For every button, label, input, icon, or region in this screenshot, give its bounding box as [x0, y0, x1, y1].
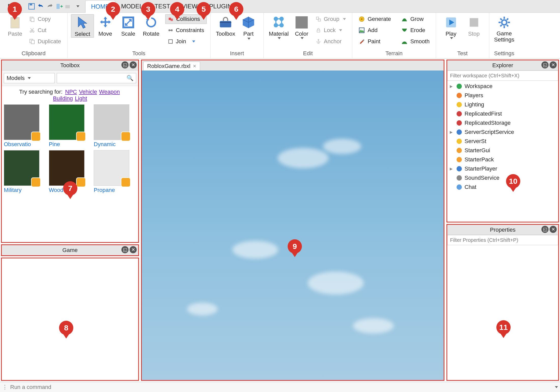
- stop-button[interactable]: Stop: [463, 14, 485, 37]
- color-button[interactable]: Color: [290, 14, 313, 39]
- redo-icon[interactable]: [46, 3, 54, 10]
- model-item[interactable]: Propane: [94, 150, 136, 193]
- ribbon-group-test: Play Stop Test: [436, 13, 489, 58]
- toolbox-category-select[interactable]: Models: [4, 73, 55, 83]
- smooth-button[interactable]: Smooth: [399, 37, 432, 46]
- expand-arrow-icon[interactable]: ▸: [450, 83, 454, 90]
- users-icon: [456, 92, 463, 99]
- 3d-viewport[interactable]: [142, 71, 444, 380]
- lock-button[interactable]: Lock: [313, 25, 348, 35]
- empty-panel: [1, 258, 139, 381]
- tree-item[interactable]: StarterPack: [449, 155, 557, 164]
- toolbox-search-input[interactable]: [60, 75, 127, 81]
- chevron-down-icon: [343, 18, 346, 20]
- popout-icon[interactable]: ◱: [121, 246, 129, 253]
- tree-item[interactable]: SoundService: [449, 173, 557, 183]
- suggestion-link[interactable]: Weapon: [99, 89, 120, 95]
- tree-item[interactable]: ReplicatedFirst: [449, 109, 557, 118]
- chevron-down-icon: [192, 40, 195, 43]
- model-item[interactable]: Observatio: [4, 104, 46, 148]
- suggestion-link[interactable]: Vehicle: [79, 89, 97, 95]
- model-item[interactable]: Military: [4, 150, 46, 193]
- paste-label: Paste: [8, 31, 22, 37]
- chevron-down-icon: [450, 37, 453, 39]
- tree-item[interactable]: ServerSt: [449, 137, 557, 146]
- duplicate-button[interactable]: Duplicate: [26, 37, 64, 46]
- save-icon[interactable]: [28, 3, 35, 10]
- cut-button[interactable]: Cut: [26, 25, 64, 35]
- file-tab[interactable]: RobloxGame.rbxl×: [143, 62, 200, 71]
- quick-more[interactable]: [74, 3, 81, 10]
- ribbon-group-settings: Game Settings Settings: [489, 13, 519, 58]
- add-terrain-button[interactable]: Add: [356, 25, 394, 35]
- bulb-icon: [456, 101, 463, 108]
- command-bar: ⋮: [0, 382, 560, 392]
- constraints-toggle[interactable]: Constraints: [165, 25, 207, 35]
- popout-icon[interactable]: ◱: [121, 61, 129, 68]
- suggestion-link[interactable]: Light: [75, 95, 87, 102]
- game-settings-button[interactable]: Game Settings: [493, 14, 516, 43]
- tree-item[interactable]: StarterGui: [449, 146, 557, 155]
- properties-filter-input[interactable]: [447, 235, 558, 245]
- erode-button[interactable]: Erode: [399, 25, 432, 35]
- tree-item[interactable]: Lighting: [449, 100, 557, 109]
- suggestion-link[interactable]: NPC: [65, 89, 77, 95]
- group-title-terrain: Terrain: [356, 50, 432, 58]
- popout-icon[interactable]: ◱: [541, 61, 549, 68]
- svg-rect-19: [220, 21, 231, 27]
- expand-arrow-icon[interactable]: ▸: [450, 129, 454, 135]
- play-button[interactable]: Play: [440, 14, 463, 39]
- close-tab-icon[interactable]: ×: [193, 63, 196, 69]
- popout-icon[interactable]: ◱: [541, 226, 549, 233]
- grip-icon[interactable]: ⋮: [2, 384, 8, 390]
- copy-button[interactable]: Copy: [26, 14, 64, 24]
- close-icon[interactable]: ✕: [550, 61, 557, 68]
- group-button[interactable]: Group: [313, 14, 348, 24]
- model-item[interactable]: Pine: [49, 104, 91, 148]
- grow-icon: [401, 16, 408, 22]
- main-area: Toolbox ◱✕ Models 🔍 Try searching for: N…: [0, 59, 560, 382]
- undo-icon[interactable]: [37, 3, 45, 10]
- anchor-button[interactable]: Anchor: [313, 37, 348, 46]
- tree-item[interactable]: ▸Workspace: [449, 82, 557, 91]
- endorsed-badge-icon: [76, 177, 86, 187]
- tree-item-label: ServerSt: [465, 138, 486, 145]
- select-tool-button[interactable]: Select: [71, 14, 94, 38]
- close-icon[interactable]: ✕: [550, 226, 557, 233]
- tree-item[interactable]: ▸StarterPlayer: [449, 164, 557, 173]
- svg-point-37: [457, 111, 462, 117]
- scale-tool-button[interactable]: Scale: [117, 14, 140, 37]
- expand-arrow-icon[interactable]: ▸: [450, 165, 454, 172]
- toolbox-search[interactable]: 🔍: [57, 73, 136, 83]
- svg-point-40: [457, 139, 462, 144]
- tree-item-label: StarterPack: [465, 156, 494, 163]
- model-item[interactable]: Dynamic: [94, 104, 136, 148]
- material-button[interactable]: Material: [267, 14, 290, 39]
- tree-item-label: ServerScriptService: [465, 129, 514, 135]
- svg-rect-1: [30, 3, 32, 5]
- tree-item[interactable]: ▸ServerScriptService: [449, 128, 557, 137]
- tree-item[interactable]: Chat: [449, 183, 557, 192]
- viewport-container: RobloxGame.rbxl×: [141, 60, 444, 381]
- grow-button[interactable]: Grow: [399, 14, 432, 24]
- join-toggle[interactable]: Join: [165, 37, 207, 46]
- command-input[interactable]: [10, 384, 551, 390]
- chevron-down-icon[interactable]: [555, 386, 558, 388]
- tree-item[interactable]: Players: [449, 91, 557, 100]
- callout-badge: 6: [229, 2, 243, 20]
- callout-badge: 10: [506, 174, 520, 192]
- paint-terrain-button[interactable]: Paint: [356, 37, 394, 46]
- copy-icon: [29, 16, 35, 22]
- tree-item[interactable]: ReplicatedStorage: [449, 118, 557, 128]
- close-icon[interactable]: ✕: [130, 61, 137, 68]
- callout-badge: 4: [170, 2, 184, 20]
- quick-btn-5[interactable]: [64, 3, 72, 10]
- svg-point-27: [318, 39, 319, 40]
- constraints-icon: [168, 27, 173, 33]
- close-icon[interactable]: ✕: [130, 246, 137, 253]
- generate-button[interactable]: Generate: [356, 14, 394, 24]
- suggestion-link[interactable]: Building: [53, 95, 73, 102]
- explorer-filter-input[interactable]: [447, 71, 558, 81]
- quick-btn-4[interactable]: [55, 3, 63, 10]
- chat-icon: [456, 184, 463, 190]
